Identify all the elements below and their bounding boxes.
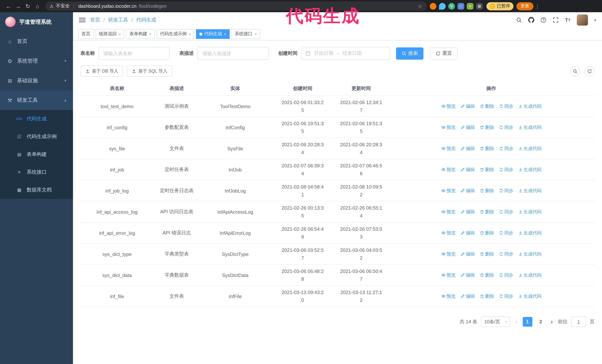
preview-link[interactable]: 预览 [441,145,455,152]
extension-icon[interactable]: ⊞ [476,3,483,10]
tab-close-icon[interactable]: × [224,32,226,36]
search-icon[interactable] [516,17,522,23]
delete-link[interactable]: 删除 [480,166,494,173]
preview-link[interactable]: 预览 [441,103,455,109]
generate-code-link[interactable]: 生成代码 [518,166,541,173]
preview-link[interactable]: 预览 [441,251,455,257]
sync-link[interactable]: 同步 [499,230,513,236]
preview-link[interactable]: 预览 [441,124,455,131]
page-number-button[interactable]: 1 [523,317,532,327]
edit-link[interactable]: 编辑 [460,187,475,194]
sidebar-item-code-generation[interactable]: </> 代码生成 [0,110,73,128]
sync-link[interactable]: 同步 [499,145,513,152]
sidebar-item-code-generation-example[interactable]: ☑ 代码生成示例 [0,128,73,146]
font-size-icon[interactable]: TT [565,17,570,23]
date-range-picker[interactable]: 开始日期 - 结束日期 [301,47,390,60]
tab-system-interface[interactable]: 系统接口 × [232,29,260,39]
delete-link[interactable]: 删除 [480,293,494,299]
breadcrumb-item[interactable]: 研发工具 [108,17,128,23]
back-icon[interactable]: ← [4,1,13,11]
tab-close-icon[interactable]: × [255,32,257,36]
search-button[interactable]: 搜索 [396,47,423,59]
edit-link[interactable]: 编辑 [460,230,475,236]
edit-link[interactable]: 编辑 [460,251,475,257]
refresh-table-button[interactable] [585,66,595,76]
sync-link[interactable]: 同步 [499,103,513,109]
table-desc-input[interactable] [197,47,269,60]
sync-link[interactable]: 同步 [499,251,513,257]
delete-link[interactable]: 删除 [480,145,494,152]
sync-link[interactable]: 同步 [499,124,513,131]
tab-trace[interactable]: 链路追踪 × [96,29,124,39]
sync-link[interactable]: 同步 [499,166,513,173]
generate-code-link[interactable]: 生成代码 [518,272,541,278]
preview-link[interactable]: 预览 [441,230,455,236]
tab-codegen-example[interactable]: 代码生成示例 × [157,29,194,39]
delete-link[interactable]: 删除 [480,251,494,257]
delete-link[interactable]: 删除 [480,230,494,236]
fullscreen-icon[interactable] [553,17,559,23]
delete-link[interactable]: 删除 [480,272,494,278]
tab-codegen[interactable]: 代码生成 × [196,29,230,39]
preview-link[interactable]: 预览 [441,272,455,278]
tab-close-icon[interactable]: × [149,32,151,36]
user-avatar[interactable] [577,14,588,26]
address-bar[interactable]: ⚠ 不安全 dashboard.yudao.iocoder.cn /tool/c… [45,1,427,11]
browser-update-button[interactable]: 更新 [516,2,533,10]
extension-icon[interactable]: ⁘ [458,3,464,10]
forward-icon[interactable]: → [13,1,23,11]
generate-code-link[interactable]: 生成代码 [518,209,541,215]
sidebar-item-system-interface[interactable]: ≡ 系统接口 [0,163,73,181]
collapse-sidebar-icon[interactable] [79,18,86,22]
edit-link[interactable]: 编辑 [460,209,475,215]
goto-page-input[interactable] [571,317,586,327]
extension-icon[interactable] [439,3,446,10]
edit-link[interactable]: 编辑 [460,145,475,152]
preview-link[interactable]: 预览 [441,166,455,173]
extension-icon[interactable] [430,3,436,10]
generate-code-link[interactable]: 生成代码 [518,230,541,236]
next-page-button[interactable]: › [549,318,554,325]
preview-link[interactable]: 预览 [441,209,455,215]
breadcrumb-item[interactable]: 代码生成 [136,17,156,23]
sidebar-item-home[interactable]: ⌂ 首页 [0,31,73,51]
browser-menu-icon[interactable]: ⋮ [535,3,540,9]
github-icon[interactable] [528,17,534,23]
import-sql-button[interactable]: 基于 SQL 导入 [127,65,172,77]
tab-close-icon[interactable]: × [118,32,121,36]
sidebar-item-form-builder[interactable]: ▤ 表单构建 [0,146,73,163]
sync-link[interactable]: 同步 [499,293,513,299]
delete-link[interactable]: 删除 [480,209,494,215]
edit-link[interactable]: 编辑 [460,103,475,109]
sync-link[interactable]: 同步 [499,272,513,278]
sidebar-item-system-management[interactable]: ⚙ 系统管理 ▾ [0,51,73,71]
edit-link[interactable]: 编辑 [460,166,475,173]
generate-code-link[interactable]: 生成代码 [518,145,541,152]
bookmark-star-icon[interactable]: ☆ [418,3,422,9]
import-db-button[interactable]: 基于 DB 导入 [80,65,123,77]
tab-home[interactable]: 首页 [78,29,94,39]
extension-icon[interactable]: V [448,3,455,10]
delete-link[interactable]: 删除 [480,103,494,109]
toggle-search-button[interactable] [570,66,580,76]
sync-link[interactable]: 同步 [499,187,513,194]
home-icon[interactable]: ⌂ [32,1,42,11]
tab-form-builder[interactable]: 表单构建 × [126,29,155,39]
sidebar-item-infrastructure[interactable]: ⊞ 基础设施 ▾ [0,71,73,90]
reload-icon[interactable]: ↻ [23,1,32,11]
reset-button[interactable]: 重置 [430,47,458,59]
generate-code-link[interactable]: 生成代码 [518,293,541,299]
generate-code-link[interactable]: 生成代码 [518,187,541,194]
avatar-dropdown-icon[interactable]: ▾ [594,18,596,22]
tab-close-icon[interactable]: × [189,32,191,36]
page-size-select[interactable]: 10条/页 ▾ [481,317,510,327]
sync-link[interactable]: 同步 [499,209,513,215]
preview-link[interactable]: 预览 [441,293,455,299]
help-icon[interactable] [541,17,547,23]
generate-code-link[interactable]: 生成代码 [518,251,541,257]
page-number-button[interactable]: 2 [536,317,546,327]
edit-link[interactable]: 编辑 [460,272,475,278]
breadcrumb-item[interactable]: 首页 [90,17,100,23]
delete-link[interactable]: 删除 [480,124,494,131]
generate-code-link[interactable]: 生成代码 [518,124,541,131]
